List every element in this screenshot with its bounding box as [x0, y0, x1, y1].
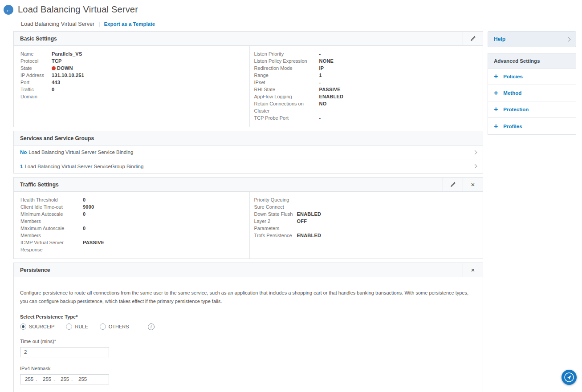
close-icon: × [471, 181, 475, 188]
binding-text: Load Balancing Virtual Server Service Bi… [28, 150, 133, 155]
field-value: NONE [319, 57, 334, 65]
detail-row: RHI StatePASSIVE [254, 86, 483, 93]
octet-separator: . [36, 376, 43, 382]
help-panel[interactable]: Help [488, 31, 576, 47]
detail-row: Traffic Domain0 [20, 86, 249, 100]
field-value: ENABLED [297, 232, 322, 239]
chevron-right-icon [566, 37, 571, 41]
field-value: OFF [297, 218, 307, 232]
persistence-type-radio-group: SOURCEIP RULE OTHERS i [20, 323, 476, 330]
field-value: ENABLED [297, 210, 322, 218]
detail-row: AppFlow LoggingENABLED [254, 93, 483, 100]
field-value: NO [319, 100, 327, 114]
field-label: Layer 2 Parameters [254, 218, 297, 232]
advanced-item-policies[interactable]: + Policies [488, 69, 576, 85]
detail-row: Retain Connections on ClusterNO [254, 100, 483, 114]
field-value: TCP [52, 57, 62, 65]
advanced-item-label: Method [503, 90, 521, 96]
services-card: Services and Service Groups No Load Bala… [13, 131, 483, 174]
persistence-type-label: Select Persistence Type* [20, 314, 476, 319]
field-label: State [20, 65, 52, 72]
traffic-settings-left-column: Health Threshold0 Client Idle Time-out90… [14, 192, 249, 259]
field-value: 9000 [83, 203, 94, 210]
close-traffic-settings-button[interactable]: × [463, 178, 483, 191]
field-label: Sure Connect [254, 203, 297, 210]
field-label: Port [20, 79, 52, 86]
field-label: Name [20, 50, 52, 57]
feedback-button[interactable] [562, 370, 577, 385]
page-title: Load Balancing Virtual Server [18, 4, 138, 15]
field-value: 131.10.10.251 [52, 72, 84, 79]
advanced-item-profiles[interactable]: + Profiles [488, 118, 576, 134]
edit-basic-settings-button[interactable] [463, 32, 483, 45]
field-label: ICMP Virtual Server Response [20, 239, 83, 253]
breadcrumb-current: Load Balancing Virtual Server [21, 21, 94, 27]
detail-row: Range1 [254, 72, 483, 79]
ipv4-netmask-label: IPv4 Netmask [20, 366, 476, 371]
field-label: Client Idle Time-out [20, 203, 83, 210]
radio-rule[interactable]: RULE [66, 323, 88, 330]
servicegroup-binding-row[interactable]: 1 Load Balancing Virtual Server ServiceG… [14, 159, 483, 173]
field-value: PASSIVE [319, 86, 341, 93]
radio-others[interactable]: OTHERS [100, 323, 129, 330]
service-binding-row[interactable]: No Load Balancing Virtual Server Service… [14, 145, 483, 159]
detail-row: StateDOWN [20, 65, 249, 72]
help-label: Help [494, 36, 505, 42]
field-label: Range [254, 72, 319, 79]
octet-separator: . [53, 376, 61, 382]
detail-row: Health Threshold0 [20, 196, 249, 203]
field-label: AppFlow Logging [254, 93, 319, 100]
octet[interactable]: 255 [25, 376, 36, 382]
traffic-settings-title: Traffic Settings [14, 178, 443, 191]
basic-settings-title: Basic Settings [14, 32, 463, 45]
field-label: Traffic Domain [20, 86, 52, 100]
field-label: Redirection Mode [254, 65, 319, 72]
octet[interactable]: 255 [61, 376, 71, 382]
detail-row: Redirection ModeIP [254, 65, 483, 72]
octet[interactable]: 255 [43, 376, 53, 382]
octet-separator: . [71, 376, 78, 382]
back-button[interactable]: ← [4, 5, 13, 15]
radio-sourceip[interactable]: SOURCEIP [20, 323, 54, 330]
detail-row: Minimum Autoscale Members0 [20, 210, 249, 225]
advanced-settings-panel: Advanced Settings + Policies + Method + … [488, 53, 576, 135]
advanced-item-method[interactable]: + Method [488, 85, 576, 101]
status-down-dot [52, 66, 56, 70]
plus-icon: + [494, 89, 498, 97]
field-value: 0 [83, 196, 85, 203]
radio-label: SOURCEIP [29, 324, 54, 329]
field-value: - [319, 50, 321, 57]
field-value: 443 [52, 79, 60, 86]
timeout-input[interactable] [20, 347, 109, 357]
field-label: Protocol [20, 57, 52, 65]
radio-unchecked-icon [66, 323, 72, 330]
field-value: ENABLED [319, 93, 344, 100]
detail-row: NameParallels_VS [20, 50, 249, 57]
detail-row: Sure Connect [254, 203, 483, 210]
right-sidebar: Help Advanced Settings + Policies + Meth… [488, 31, 576, 135]
field-label: Priority Queuing [254, 196, 297, 203]
services-title: Services and Service Groups [14, 131, 483, 145]
radio-unchecked-icon [100, 323, 106, 330]
plus-icon: + [494, 123, 498, 130]
detail-row: ICMP Virtual Server ResponsePASSIVE [20, 239, 249, 253]
arrow-left-icon: ← [5, 7, 12, 13]
detail-row: Listen Priority- [254, 50, 483, 57]
persistence-card: Persistence × Configure persistence to r… [13, 263, 483, 392]
edit-traffic-settings-button[interactable] [443, 178, 463, 191]
advanced-item-protection[interactable]: + Protection [488, 101, 576, 118]
info-icon[interactable]: i [148, 323, 155, 330]
field-label: Trofs Persistence [254, 232, 297, 239]
advanced-item-label: Policies [503, 74, 522, 79]
close-persistence-button[interactable]: × [463, 263, 483, 277]
binding-count: 1 [20, 164, 23, 169]
binding-count: No [20, 150, 27, 155]
octet[interactable]: 255 [78, 376, 89, 382]
detail-row: Client Idle Time-out9000 [20, 203, 249, 210]
field-label: Listen Policy Expression [254, 57, 319, 65]
ipv4-netmask-input[interactable]: 255 . 255 . 255 . 255 [20, 374, 109, 384]
field-value: Parallels_VS [52, 50, 82, 57]
field-label: Listen Priority [254, 50, 319, 57]
export-template-link[interactable]: Export as a Template [104, 21, 155, 27]
pencil-icon [470, 35, 476, 42]
